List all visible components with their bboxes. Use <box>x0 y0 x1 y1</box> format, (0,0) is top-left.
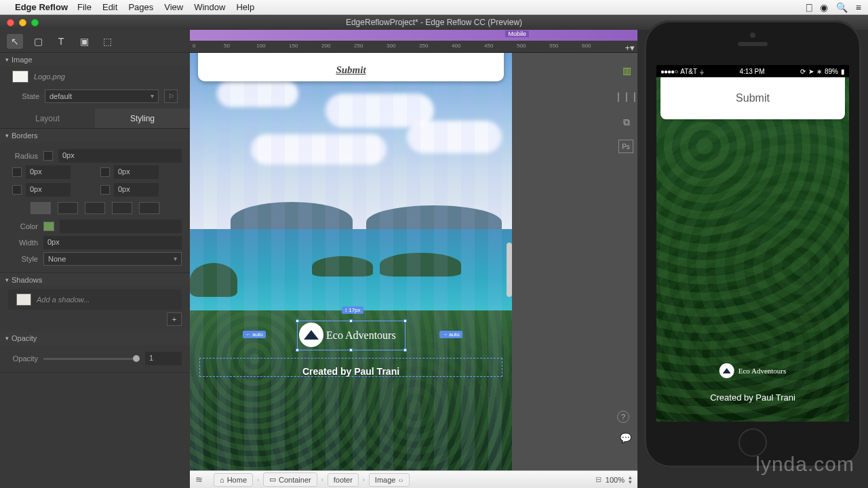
width-label: Width <box>8 239 38 247</box>
copy-icon[interactable]: ⧉ <box>618 114 635 130</box>
help-icon[interactable]: ? <box>617 411 629 423</box>
disclosure-icon: ▾ <box>5 132 9 139</box>
photoshop-icon[interactable]: Ps <box>618 140 633 153</box>
selection-tool[interactable]: ↖ <box>7 34 23 49</box>
preview-icon[interactable]: ▥ <box>618 62 635 79</box>
opacity-slider[interactable] <box>43 358 140 360</box>
border-color-swatch[interactable] <box>43 222 54 231</box>
feedback-icon[interactable]: 💬 <box>617 430 633 446</box>
window-title: EdgeReflowProject* - Edge Reflow CC (Pre… <box>346 18 522 27</box>
menu-help[interactable]: Help <box>236 2 254 12</box>
battery-label: 89% <box>825 68 838 75</box>
signal-icon: ●●●●○ <box>660 68 677 75</box>
border-width-input[interactable]: 0px <box>43 236 182 249</box>
border-all-button[interactable] <box>31 202 51 214</box>
home-button[interactable] <box>738 428 767 457</box>
asset-row[interactable]: Logo.png <box>0 66 190 87</box>
phone-submit-card[interactable]: Submit <box>660 77 845 119</box>
mac-menubar: Edge Reflow File Edit Pages View Window … <box>0 0 868 15</box>
borders-header[interactable]: ▾ Borders <box>0 129 190 142</box>
border-bottom-button[interactable] <box>112 202 132 214</box>
shadow-item[interactable]: Add a shadow... <box>8 289 182 310</box>
flag-button[interactable]: ⚐ <box>164 89 178 103</box>
phone-frame: ●●●●○ AT&T ⏚ 4:13 PM ⟳ ➤ ∗ 89% ▮ Submit <box>644 20 861 468</box>
image-tool[interactable]: ▣ <box>76 34 92 49</box>
border-left-button[interactable] <box>139 202 159 214</box>
canvas-area: Mobile 0 50 100 150 200 250 300 350 400 … <box>190 30 637 488</box>
container-icon: ▭ <box>269 475 276 484</box>
add-shadow-button[interactable]: + <box>167 312 182 326</box>
list-icon[interactable]: ≡ <box>856 2 861 13</box>
canvas-scrollbar[interactable] <box>507 243 512 297</box>
phone-logo-row: Eco Adventours <box>719 363 787 378</box>
opacity-input[interactable]: 1 <box>145 352 182 365</box>
app-name[interactable]: Edge Reflow <box>15 2 68 12</box>
shadow-swatch <box>16 293 31 306</box>
zoom-stepper[interactable]: ▴▾ <box>629 475 632 485</box>
box-tool[interactable]: ▢ <box>30 34 46 49</box>
shadows-title: Shadows <box>12 276 42 284</box>
margin-right-annotation: → auto <box>439 331 462 338</box>
shadows-header[interactable]: ▾ Shadows <box>0 273 190 287</box>
design-canvas[interactable]: Submit ↕ 17px Eco Adventours ← auto → au… <box>190 53 637 470</box>
spotlight-icon[interactable]: 🔍 <box>836 2 848 13</box>
minimize-button[interactable] <box>19 19 26 26</box>
submit-button-label[interactable]: Submit <box>336 64 366 76</box>
menu-view[interactable]: View <box>164 2 183 12</box>
radius-br-input[interactable]: 0px <box>114 183 159 197</box>
radius-all-input[interactable]: 0px <box>58 149 182 163</box>
tool-row: ↖ ▢ T ▣ ⬚ <box>0 30 190 53</box>
phone-speaker <box>738 42 768 46</box>
home-icon: ⌂ <box>220 476 224 484</box>
breakpoint-bar[interactable]: Mobile <box>190 30 637 41</box>
radius-bl-input[interactable]: 0px <box>26 183 71 197</box>
breadcrumb-footer[interactable]: footer <box>328 473 359 487</box>
selected-element[interactable]: Eco Adventours <box>297 321 406 350</box>
radius-tl-input[interactable]: 0px <box>26 165 71 179</box>
battery-icon: ▮ <box>841 68 845 75</box>
cc-icon[interactable]: ◉ <box>820 2 828 13</box>
align-icon[interactable]: ⊟ <box>595 475 601 484</box>
margin-top-annotation: ↕ 17px <box>342 306 363 314</box>
menu-edit[interactable]: Edit <box>102 2 117 12</box>
text-tool[interactable]: T <box>53 34 69 49</box>
breadcrumb-image[interactable]: Image ‹› <box>369 473 410 487</box>
tab-styling[interactable]: Styling <box>95 108 190 128</box>
menu-window[interactable]: Window <box>194 2 225 12</box>
library-icon[interactable]: ❘❘❘ <box>618 88 635 104</box>
disclosure-icon: ▾ <box>5 56 9 63</box>
menu-pages[interactable]: Pages <box>128 2 153 12</box>
border-color-input[interactable] <box>60 220 182 233</box>
close-button[interactable] <box>7 19 14 26</box>
state-select[interactable]: default <box>45 89 159 103</box>
add-breakpoint-button[interactable]: +▾ <box>625 43 635 53</box>
radius-tr-checkbox[interactable] <box>100 167 110 177</box>
radius-tl-checkbox[interactable] <box>12 167 22 177</box>
breadcrumb-container[interactable]: ▭Container <box>263 472 317 487</box>
menu-file[interactable]: File <box>77 2 92 12</box>
image-section-header[interactable]: ▾ Image <box>0 53 190 66</box>
radius-link-checkbox[interactable] <box>43 151 53 161</box>
tab-layout[interactable]: Layout <box>0 108 95 128</box>
status-bar: ●●●●○ AT&T ⏚ 4:13 PM ⟳ ➤ ∗ 89% ▮ <box>656 65 849 77</box>
zoom-value[interactable]: 100% <box>606 476 625 484</box>
form-tool[interactable]: ⬚ <box>99 34 115 49</box>
disclosure-icon: ▾ <box>5 277 9 283</box>
breadcrumb-home[interactable]: ⌂Home <box>214 473 253 487</box>
border-right-button[interactable] <box>85 202 105 214</box>
clock-label: 4:13 PM <box>707 68 797 75</box>
radius-br-checkbox[interactable] <box>100 185 110 195</box>
device-preview-panel: ●●●●○ AT&T ⏚ 4:13 PM ⟳ ➤ ∗ 89% ▮ Submit <box>637 30 868 488</box>
radius-bl-checkbox[interactable] <box>12 185 22 195</box>
layers-icon[interactable]: ≋ <box>195 474 203 485</box>
maximize-button[interactable] <box>31 19 39 26</box>
border-style-select[interactable]: None <box>43 252 182 266</box>
logo-image <box>299 323 323 347</box>
inspect-icon[interactable]: ⎕ <box>806 2 812 13</box>
phone-camera <box>750 33 755 38</box>
border-top-button[interactable] <box>58 202 78 214</box>
disclosure-icon: ▾ <box>5 335 9 342</box>
radius-tr-input[interactable]: 0px <box>114 165 159 179</box>
opacity-header[interactable]: ▾ Opacity <box>0 331 190 345</box>
opacity-title: Opacity <box>12 334 37 342</box>
